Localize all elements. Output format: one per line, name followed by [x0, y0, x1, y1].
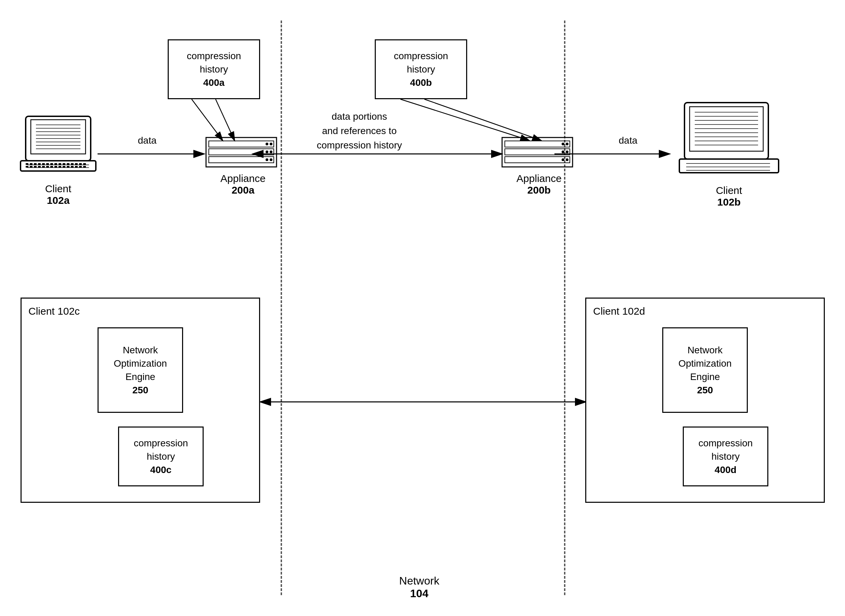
appliance-200b-icon: [501, 137, 573, 167]
svg-point-74: [566, 151, 569, 153]
dashed-line-right: [564, 21, 566, 595]
compression-history-400b-box: compression history 400b: [375, 39, 467, 99]
svg-point-63: [266, 151, 268, 153]
svg-point-75: [561, 158, 564, 161]
dashed-line-left: [281, 21, 282, 595]
svg-line-10: [425, 99, 541, 140]
svg-rect-69: [505, 149, 570, 155]
svg-rect-45: [71, 166, 73, 167]
data-portions-label: data portions and references to compress…: [301, 110, 417, 153]
svg-rect-29: [67, 163, 69, 165]
svg-rect-32: [79, 163, 82, 165]
svg-point-73: [561, 151, 564, 153]
svg-rect-40: [50, 166, 53, 167]
client-102b-icon: [677, 99, 780, 178]
svg-rect-46: [75, 166, 78, 167]
svg-rect-48: [83, 166, 86, 167]
svg-rect-25: [50, 163, 53, 165]
svg-rect-37: [38, 166, 41, 167]
diagram: Client 102a compression history 400a App…: [0, 0, 845, 616]
compression-history-400a-label: compression history 400a: [187, 49, 241, 89]
data-label-right: data: [607, 135, 648, 146]
svg-rect-38: [42, 166, 45, 167]
compression-history-400a-box: compression history 400a: [168, 39, 260, 99]
svg-rect-31: [75, 163, 78, 165]
noe-250-right-box: Network Optimization Engine 250: [662, 327, 748, 413]
appliance-200a-caption: Appliance 200a: [205, 173, 281, 196]
svg-line-8: [216, 99, 234, 140]
client-102a-icon: [19, 110, 97, 178]
svg-rect-42: [59, 166, 61, 167]
compression-history-400d-box: compression history 400d: [683, 427, 769, 486]
svg-rect-41: [54, 166, 57, 167]
compression-history-400b-label: compression history 400b: [394, 49, 448, 89]
compression-history-400c-label: compression history 400c: [134, 436, 188, 477]
svg-point-72: [566, 143, 569, 145]
svg-point-71: [561, 143, 564, 145]
svg-rect-47: [79, 166, 82, 167]
svg-line-9: [400, 99, 529, 140]
svg-line-7: [192, 99, 222, 140]
svg-rect-60: [209, 157, 274, 163]
svg-rect-39: [46, 166, 49, 167]
svg-point-76: [566, 158, 569, 161]
compression-history-400c-box: compression history 400c: [118, 427, 204, 486]
appliance-200b-caption: Appliance 200b: [501, 173, 577, 196]
svg-point-64: [270, 151, 272, 153]
svg-point-66: [270, 158, 272, 161]
svg-rect-26: [54, 163, 57, 165]
data-label-left: data: [126, 135, 168, 146]
svg-rect-43: [63, 166, 65, 167]
svg-rect-78: [690, 107, 763, 151]
svg-rect-30: [71, 163, 73, 165]
compression-history-400d-label: compression history 400d: [698, 436, 753, 477]
svg-rect-35: [30, 166, 32, 167]
svg-rect-33: [83, 163, 86, 165]
noe-250-left-box: Network Optimization Engine 250: [97, 327, 183, 413]
client-102d-title: Client 102d: [593, 305, 645, 317]
client-102b-caption: Client 102b: [691, 185, 767, 208]
svg-rect-70: [505, 157, 570, 163]
svg-rect-34: [26, 166, 28, 167]
svg-rect-27: [59, 163, 61, 165]
appliance-200a-icon: [205, 137, 277, 167]
network-104-label: Network 104: [359, 575, 479, 600]
svg-point-62: [270, 143, 272, 145]
noe-250-right-label: Network Optimization Engine 250: [678, 343, 732, 397]
client-102d-outer-box: Client 102d Network Optimization Engine …: [585, 298, 825, 503]
svg-rect-24: [46, 163, 49, 165]
svg-rect-28: [63, 163, 65, 165]
svg-rect-59: [209, 149, 274, 155]
svg-rect-21: [34, 163, 37, 165]
svg-rect-36: [34, 166, 37, 167]
client-102a-caption: Client 102a: [19, 183, 97, 206]
svg-rect-44: [67, 166, 69, 167]
client-102c-title: Client 102c: [28, 305, 80, 317]
svg-rect-20: [30, 163, 32, 165]
noe-250-left-label: Network Optimization Engine 250: [114, 343, 167, 397]
svg-rect-19: [26, 163, 28, 165]
svg-rect-23: [42, 163, 45, 165]
client-102c-outer-box: Client 102c Network Optimization Engine …: [21, 298, 260, 503]
svg-rect-68: [505, 141, 570, 147]
svg-rect-79: [679, 159, 779, 173]
svg-rect-58: [209, 141, 274, 147]
svg-rect-77: [685, 103, 769, 159]
svg-rect-22: [38, 163, 41, 165]
svg-point-61: [266, 143, 268, 145]
svg-point-65: [266, 158, 268, 161]
